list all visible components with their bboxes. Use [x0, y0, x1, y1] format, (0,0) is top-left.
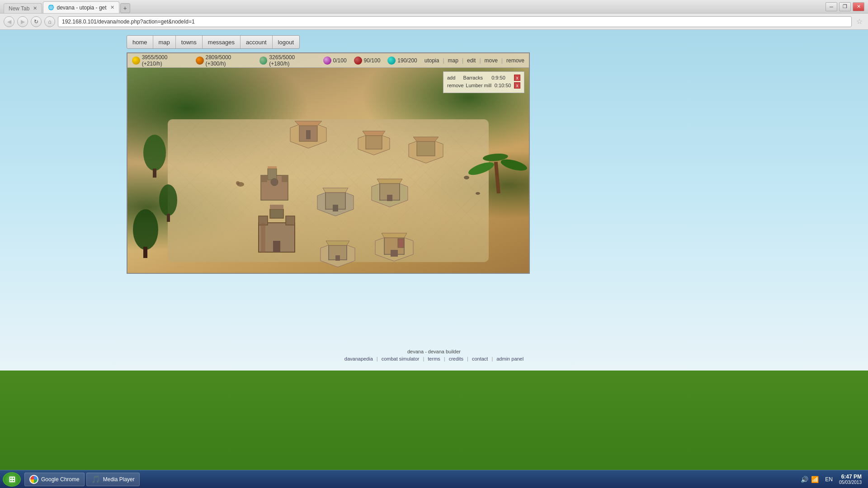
- taskbar-chrome[interactable]: Google Chrome: [24, 473, 85, 486]
- queue-item-2: remove Lumber mill 0:10:50 x: [447, 82, 520, 89]
- gold-value: 3955/5000 (+210/h): [142, 54, 189, 67]
- svg-point-15: [271, 178, 278, 186]
- footer-admin-panel[interactable]: admin panel: [496, 356, 524, 361]
- home-button[interactable]: ⌂: [44, 16, 55, 27]
- wood-value: 3265/5000 (+180/h): [269, 54, 316, 67]
- volume-icon[interactable]: 🔊: [801, 476, 808, 483]
- resource-food: 2809/5000 (+300/h): [196, 54, 252, 67]
- close-button[interactable]: ✕: [853, 2, 864, 11]
- footer-title: devana - devana builder: [0, 349, 868, 354]
- nav-towns[interactable]: towns: [176, 36, 203, 48]
- svg-point-53: [476, 192, 480, 195]
- queue-item2-name: Lumber mill: [466, 83, 491, 88]
- gems-value: 190: [397, 57, 406, 64]
- footer-davanapedia[interactable]: davanapedia: [344, 356, 373, 361]
- svg-marker-12: [268, 166, 277, 169]
- resource-gold: 3955/5000 (+210/h): [132, 54, 189, 67]
- new-tab-button[interactable]: +: [120, 3, 130, 13]
- restore-button[interactable]: ❐: [839, 2, 851, 11]
- game-viewport[interactable]: 3955/5000 (+210/h) 2809/5000 (+300/h): [127, 52, 530, 274]
- right-menu-utopia[interactable]: utopia: [425, 57, 439, 64]
- svg-rect-46: [494, 162, 500, 193]
- game-top-bar: 3955/5000 (+210/h) 2809/5000 (+300/h): [127, 53, 529, 68]
- tab-new[interactable]: New Tab ✕: [4, 3, 42, 13]
- svg-rect-39: [398, 239, 404, 248]
- queue-item-1: add Barracks 0:9:50 x: [447, 75, 520, 81]
- resource-soldiers: 90/100: [354, 56, 381, 65]
- tab-favicon: 🌐: [48, 5, 54, 10]
- svg-point-40: [143, 135, 166, 171]
- soldiers-icon: [354, 56, 362, 65]
- network-icon[interactable]: 📶: [811, 476, 819, 483]
- tray-icons: 🔊 📶: [801, 476, 819, 483]
- svg-rect-41: [153, 169, 156, 178]
- clock-time: 6:47 PM: [839, 474, 862, 480]
- nav-menu: home map towns messages account logout: [127, 35, 300, 49]
- people-value: 0/100: [333, 57, 347, 64]
- svg-marker-2: [295, 121, 322, 126]
- back-button[interactable]: ◀: [4, 16, 14, 27]
- svg-rect-14: [282, 175, 288, 182]
- svg-rect-27: [270, 209, 283, 218]
- footer-contact[interactable]: contact: [472, 356, 488, 361]
- nav-map[interactable]: map: [153, 36, 176, 48]
- footer-area: devana - devana builder davanapedia | co…: [0, 349, 868, 361]
- svg-marker-18: [323, 188, 348, 192]
- tab-new-label: New Tab: [9, 5, 29, 12]
- clock-date: 05/03/2013: [839, 480, 862, 485]
- nav-logout[interactable]: logout: [273, 36, 299, 48]
- right-menu-move[interactable]: move: [485, 57, 498, 64]
- tab-active-label: devana - utopia - get: [57, 5, 106, 11]
- start-button[interactable]: ⊞: [3, 472, 21, 487]
- address-bar-row: ◀ ▶ ↻ ⌂ ☆: [0, 14, 868, 30]
- svg-point-42: [159, 184, 177, 216]
- tab-active[interactable]: 🌐 devana - utopia - get ✕: [43, 1, 119, 13]
- footer-credits[interactable]: credits: [449, 356, 463, 361]
- page-content: home map towns messages account logout: [0, 30, 868, 371]
- footer-combat-simulator[interactable]: combat simulator: [382, 356, 420, 361]
- svg-rect-30: [261, 223, 265, 252]
- svg-point-44: [133, 209, 158, 250]
- right-menu-remove[interactable]: remove: [506, 57, 524, 64]
- forward-button[interactable]: ▶: [17, 16, 28, 27]
- soldiers-value: 90/100: [364, 57, 381, 64]
- svg-rect-38: [391, 250, 398, 257]
- svg-rect-11: [268, 169, 277, 180]
- clock[interactable]: 6:47 PM 05/03/2013: [839, 474, 862, 485]
- queue-item2-time: 0:10:50: [495, 83, 511, 88]
- taskbar-media[interactable]: 🎵 Media Player: [86, 473, 140, 486]
- refresh-button[interactable]: ↻: [31, 16, 42, 27]
- wood-icon: [259, 56, 268, 65]
- tab-active-close[interactable]: ✕: [110, 5, 114, 10]
- svg-rect-3: [306, 130, 311, 139]
- minimize-button[interactable]: ─: [826, 2, 837, 11]
- svg-rect-45: [143, 247, 147, 258]
- svg-rect-8: [417, 141, 435, 156]
- queue-panel: add Barracks 0:9:50 x remove Lumber mill…: [443, 71, 524, 93]
- right-menu-edit[interactable]: edit: [467, 57, 476, 64]
- nav-account[interactable]: account: [241, 36, 273, 48]
- nav-home[interactable]: home: [127, 36, 153, 48]
- nav-messages[interactable]: messages: [203, 36, 241, 48]
- svg-rect-34: [335, 255, 340, 261]
- queue-item1-close[interactable]: x: [514, 75, 520, 81]
- bookmark-star[interactable]: ☆: [854, 17, 864, 26]
- queue-item2-close[interactable]: x: [514, 82, 520, 89]
- language-indicator[interactable]: EN: [823, 476, 835, 483]
- footer-terms[interactable]: terms: [428, 356, 440, 361]
- svg-rect-13: [261, 175, 267, 182]
- svg-marker-22: [377, 179, 402, 183]
- address-bar[interactable]: [58, 16, 852, 27]
- svg-rect-23: [387, 195, 392, 201]
- queue-item1-name: Barracks: [463, 75, 483, 80]
- media-label: Media Player: [103, 476, 135, 483]
- svg-point-51: [236, 181, 240, 185]
- game-right-menu: utopia | map | edit | move | remove: [425, 57, 524, 64]
- right-menu-map[interactable]: map: [448, 57, 458, 64]
- svg-rect-29: [273, 241, 280, 252]
- system-tray: 🔊 📶 EN 6:47 PM 05/03/2013: [801, 474, 865, 485]
- tab-new-close[interactable]: ✕: [33, 5, 37, 11]
- resource-people: 0/100: [323, 56, 347, 65]
- game-background: 3955/5000 (+210/h) 2809/5000 (+300/h): [127, 53, 529, 273]
- food-icon: [196, 56, 204, 65]
